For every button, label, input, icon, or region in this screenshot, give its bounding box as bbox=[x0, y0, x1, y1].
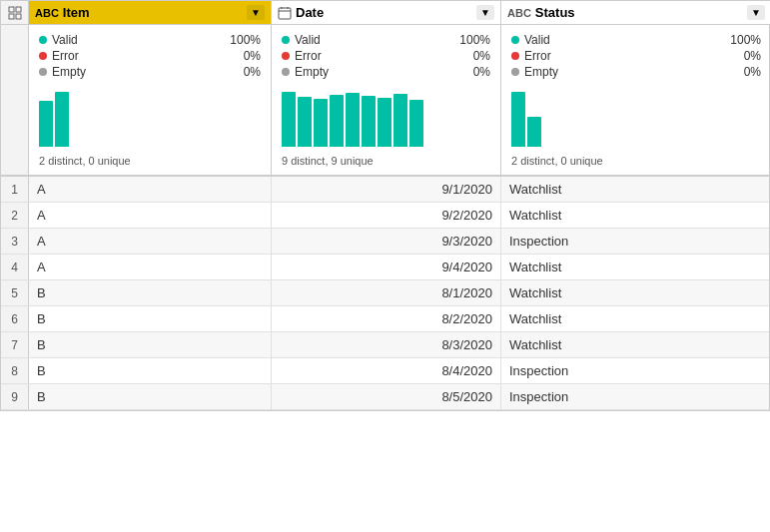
grid-icon bbox=[8, 6, 22, 20]
bar bbox=[298, 97, 312, 147]
data-cell-date: 9/4/2020 bbox=[272, 255, 501, 279]
data-cell-status: Watchlist bbox=[501, 177, 770, 202]
data-cell-item: B bbox=[29, 332, 272, 357]
data-cell-date: 8/4/2020 bbox=[272, 358, 501, 383]
dot-valid-status bbox=[511, 36, 519, 44]
dot-error-status bbox=[511, 52, 519, 60]
data-cell-item: A bbox=[29, 255, 272, 279]
pct-empty-status: 0% bbox=[744, 65, 761, 79]
data-cell-date: 9/1/2020 bbox=[272, 177, 501, 202]
bar bbox=[330, 95, 344, 147]
stat-valid-status: Valid 100% bbox=[511, 33, 761, 47]
data-cell-status: Watchlist bbox=[501, 306, 770, 331]
dot-error-date bbox=[282, 52, 290, 60]
data-cell-date: 8/3/2020 bbox=[272, 332, 501, 357]
data-cell-status: Inspection bbox=[501, 358, 770, 383]
row-num-cell: 4 bbox=[1, 255, 29, 279]
data-cell-item: A bbox=[29, 229, 272, 254]
bar bbox=[346, 93, 360, 147]
data-cell-status: Watchlist bbox=[501, 255, 770, 279]
data-cell-date: 8/2/2020 bbox=[272, 306, 501, 331]
column-header-row: ABC Item ▼ Date ▼ ABC Sta bbox=[1, 1, 769, 25]
col-type-icon-status: ABC bbox=[507, 7, 531, 19]
label-error-item: Error bbox=[52, 49, 79, 63]
label-empty-status: Empty bbox=[524, 65, 558, 79]
bar bbox=[362, 96, 376, 147]
data-cell-item: B bbox=[29, 358, 272, 383]
bar-chart-date bbox=[282, 87, 490, 147]
pct-error-status: 0% bbox=[744, 49, 761, 63]
profile-date: Valid 100% Error 0% Empty 0% 9 distinct, bbox=[272, 25, 501, 175]
label-empty-date: Empty bbox=[295, 65, 329, 79]
row-num-cell: 9 bbox=[1, 384, 29, 409]
col-dropdown-date[interactable]: ▼ bbox=[476, 5, 494, 20]
table-row: 9 B 8/5/2020 Inspection bbox=[1, 384, 769, 410]
svg-rect-2 bbox=[9, 14, 14, 19]
dot-empty-status bbox=[511, 68, 519, 76]
label-empty-item: Empty bbox=[52, 65, 86, 79]
bar bbox=[527, 117, 541, 147]
data-cell-status: Watchlist bbox=[501, 280, 770, 305]
bar bbox=[393, 94, 407, 147]
profile-summary-row: Valid 100% Error 0% Empty 0% 2 distinct, bbox=[1, 25, 769, 177]
col-header-date: Date ▼ bbox=[272, 1, 501, 24]
bar bbox=[378, 98, 391, 147]
label-error-status: Error bbox=[524, 49, 551, 63]
col-dropdown-status[interactable]: ▼ bbox=[747, 5, 765, 20]
row-num-cell: 5 bbox=[1, 280, 29, 305]
bar bbox=[39, 101, 53, 147]
stat-valid-date: Valid 100% bbox=[282, 33, 490, 47]
dot-empty-item bbox=[39, 68, 47, 76]
bar-chart-item bbox=[39, 87, 261, 147]
data-cell-status: Inspection bbox=[501, 229, 770, 254]
label-valid-date: Valid bbox=[295, 33, 321, 47]
data-cell-item: B bbox=[29, 280, 272, 305]
table-row: 5 B 8/1/2020 Watchlist bbox=[1, 280, 769, 306]
table-row: 2 A 9/2/2020 Watchlist bbox=[1, 203, 769, 229]
stat-error-date: Error 0% bbox=[282, 49, 490, 63]
data-cell-status: Watchlist bbox=[501, 203, 770, 228]
stat-error-status: Error 0% bbox=[511, 49, 761, 63]
row-num-cell: 6 bbox=[1, 306, 29, 331]
data-cell-date: 8/5/2020 bbox=[272, 384, 501, 409]
data-cell-status: Watchlist bbox=[501, 332, 770, 357]
profile-status: Valid 100% Error 0% Empty 0% 2 distinct, bbox=[501, 25, 770, 175]
stat-empty-status: Empty 0% bbox=[511, 65, 761, 79]
col-label-status: Status bbox=[535, 5, 575, 20]
table-row: 6 B 8/2/2020 Watchlist bbox=[1, 306, 769, 332]
row-num-header bbox=[1, 1, 29, 24]
dot-valid-item bbox=[39, 36, 47, 44]
dot-error-item bbox=[39, 52, 47, 60]
row-num-cell: 2 bbox=[1, 203, 29, 228]
data-cell-date: 9/3/2020 bbox=[272, 229, 501, 254]
data-cell-date: 8/1/2020 bbox=[272, 280, 501, 305]
col-dropdown-item[interactable]: ▼ bbox=[247, 5, 265, 20]
bar bbox=[409, 100, 423, 147]
table-row: 1 A 9/1/2020 Watchlist bbox=[1, 177, 769, 203]
dot-empty-date bbox=[282, 68, 290, 76]
table-row: 4 A 9/4/2020 Watchlist bbox=[1, 255, 769, 280]
pct-valid-item: 100% bbox=[230, 33, 261, 47]
dot-valid-date bbox=[282, 36, 290, 44]
label-error-date: Error bbox=[295, 49, 322, 63]
main-table: ABC Item ▼ Date ▼ ABC Sta bbox=[0, 0, 770, 411]
row-num-cell: 1 bbox=[1, 177, 29, 202]
data-cell-item: A bbox=[29, 203, 272, 228]
pct-error-item: 0% bbox=[244, 49, 261, 63]
svg-rect-1 bbox=[16, 7, 21, 12]
chart-label-item: 2 distinct, 0 unique bbox=[39, 155, 261, 167]
pct-empty-item: 0% bbox=[244, 65, 261, 79]
row-num-cell: 7 bbox=[1, 332, 29, 357]
bar bbox=[282, 92, 296, 147]
data-cell-item: B bbox=[29, 384, 272, 409]
bar bbox=[314, 99, 328, 147]
row-num-cell: 3 bbox=[1, 229, 29, 254]
chart-label-date: 9 distinct, 9 unique bbox=[282, 155, 490, 167]
col-label-date: Date bbox=[296, 5, 324, 20]
stat-empty-date: Empty 0% bbox=[282, 65, 490, 79]
label-valid-status: Valid bbox=[524, 33, 550, 47]
row-num-cell: 8 bbox=[1, 358, 29, 383]
col-type-icon-item: ABC bbox=[35, 7, 59, 19]
pct-valid-status: 100% bbox=[730, 33, 761, 47]
stat-error-item: Error 0% bbox=[39, 49, 261, 63]
